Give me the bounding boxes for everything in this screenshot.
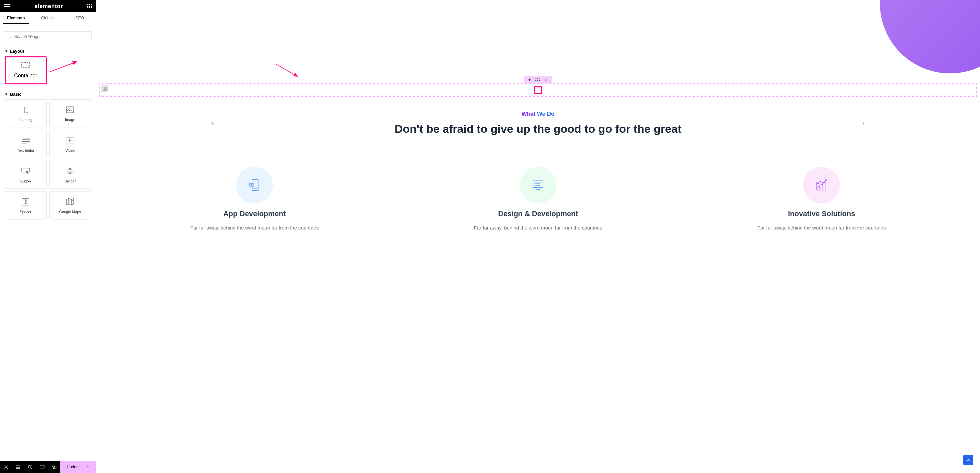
image-icon — [66, 105, 74, 115]
add-widget-button[interactable]: + — [535, 86, 542, 94]
service-icon-circle — [520, 167, 556, 204]
hero-section: + What We Do Don't be afraid to give up … — [133, 97, 943, 150]
svg-point-14 — [5, 466, 7, 468]
service-desc: Far far away, behind the word moun far f… — [191, 224, 319, 232]
svg-rect-9 — [66, 138, 74, 143]
update-label: Update — [67, 465, 80, 469]
responsive-button[interactable] — [36, 461, 48, 473]
svg-rect-10 — [22, 168, 30, 172]
service-card[interactable]: App Development Far far away, behind the… — [116, 164, 393, 235]
svg-rect-18 — [105, 87, 107, 91]
canvas: + ✕ + + What We Do Don't b — [96, 0, 980, 473]
search-icon — [7, 34, 11, 39]
update-button[interactable]: Update ⌃ — [60, 461, 96, 473]
hero-title[interactable]: Don't be afraid to give up the good to g… — [391, 121, 685, 136]
section-layout-toggle[interactable]: ▼ Layout — [0, 46, 96, 56]
sidebar-header: elementor — [0, 0, 96, 12]
services-section: App Development Far far away, behind the… — [116, 164, 960, 235]
tab-elements[interactable]: Elements — [0, 12, 32, 27]
hero-right-column[interactable]: + — [784, 97, 943, 150]
layout-widgets: Container — [0, 56, 96, 89]
svg-point-0 — [8, 35, 10, 37]
section-basic-label: Basic — [10, 92, 22, 97]
service-desc: Far far away, behind the word moun far f… — [757, 224, 886, 232]
service-desc: Far far away, behind the word moun far f… — [474, 224, 602, 232]
text-editor-icon — [22, 136, 30, 145]
section-basic-toggle[interactable]: ▼ Basic — [0, 89, 96, 99]
widget-image-label: Image — [65, 118, 75, 122]
close-section-icon[interactable]: ✕ — [544, 77, 548, 82]
svg-rect-29 — [818, 186, 820, 190]
chevron-up-icon: ⌃ — [86, 465, 89, 469]
add-widget-icon[interactable]: + — [210, 120, 215, 127]
basic-widgets: Heading Image Text Editor Video Button D… — [0, 99, 96, 224]
hero-center-column[interactable]: What We Do Don't be afraid to give up th… — [299, 97, 777, 150]
scroll-top-button[interactable] — [963, 455, 973, 465]
svg-point-4 — [68, 108, 69, 110]
tab-seo[interactable]: SEO — [64, 12, 96, 27]
navigator-button[interactable] — [12, 461, 24, 473]
svg-rect-21 — [250, 183, 254, 186]
service-title: Design & Development — [498, 209, 578, 218]
svg-rect-24 — [535, 183, 540, 186]
decorative-blob — [880, 0, 980, 73]
service-card[interactable]: Inovative Solutions Far far away, behind… — [683, 164, 960, 235]
svg-rect-17 — [103, 87, 104, 91]
caret-down-icon: ▼ — [5, 92, 8, 96]
widget-button[interactable]: Button — [5, 161, 47, 189]
widget-spacer-label: Spacer — [20, 210, 31, 214]
design-dev-icon — [531, 178, 546, 193]
widgets-panel-button[interactable] — [88, 4, 92, 8]
section-handle: + ✕ — [99, 76, 977, 83]
section-layout-label: Layout — [10, 49, 24, 54]
video-icon — [66, 136, 75, 145]
service-title: Inovative Solutions — [788, 209, 855, 218]
caret-down-icon: ▼ — [5, 49, 8, 53]
spacer-icon — [22, 197, 29, 207]
widget-video-label: Video — [65, 148, 75, 153]
widget-google-maps-label: Google Maps — [59, 210, 81, 214]
svg-rect-30 — [821, 185, 823, 190]
heading-icon — [22, 105, 30, 115]
widget-google-maps[interactable]: Google Maps — [49, 191, 91, 220]
svg-rect-22 — [533, 180, 543, 188]
editor-sidebar: elementor Elements Globals SEO ▼ Layout — [0, 0, 96, 473]
tab-globals[interactable]: Globals — [32, 12, 64, 27]
empty-container[interactable]: + — [101, 85, 975, 96]
widget-spacer[interactable]: Spacer — [5, 191, 47, 220]
service-icon-circle — [803, 167, 840, 204]
column-settings-icon[interactable] — [101, 85, 108, 92]
container-outline[interactable]: + — [99, 83, 977, 97]
svg-rect-15 — [40, 465, 45, 468]
section-handle-box[interactable]: + ✕ — [524, 76, 552, 83]
svg-line-1 — [10, 37, 11, 38]
svg-rect-31 — [824, 183, 826, 190]
preview-button[interactable] — [48, 461, 60, 473]
app-dev-icon — [247, 178, 262, 193]
drag-handle-icon[interactable] — [535, 78, 540, 81]
widget-text-editor-label: Text Editor — [17, 148, 34, 153]
service-icon-circle — [236, 167, 273, 204]
history-button[interactable] — [24, 461, 36, 473]
hero-subtitle[interactable]: What We Do — [522, 111, 555, 118]
settings-button[interactable] — [0, 461, 12, 473]
widget-heading[interactable]: Heading — [5, 99, 47, 127]
widget-image[interactable]: Image — [49, 99, 91, 127]
search-input[interactable] — [4, 31, 92, 42]
search-wrap — [0, 27, 96, 46]
service-card[interactable]: Design & Development Far far away, behin… — [399, 164, 676, 235]
button-icon — [21, 166, 30, 176]
menu-button[interactable] — [4, 4, 10, 8]
add-widget-icon[interactable]: + — [862, 120, 865, 127]
widget-container[interactable]: Container — [5, 56, 47, 84]
widget-video[interactable]: Video — [49, 130, 91, 158]
sidebar-footer: Update ⌃ — [0, 461, 96, 473]
add-section-icon[interactable]: + — [528, 77, 531, 82]
widget-divider[interactable]: Divider — [49, 161, 91, 189]
widget-divider-label: Divider — [64, 179, 76, 183]
widget-container-label: Container — [14, 73, 37, 79]
map-icon — [66, 197, 74, 207]
hero-left-column[interactable]: + — [133, 97, 292, 150]
svg-rect-2 — [22, 62, 30, 68]
widget-text-editor[interactable]: Text Editor — [5, 130, 47, 158]
